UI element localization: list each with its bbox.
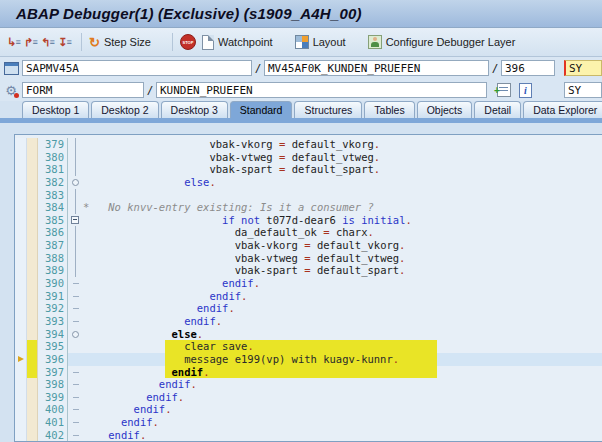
statement-margin[interactable] — [27, 391, 38, 404]
tab-data-explorer[interactable]: Data Explorer — [523, 101, 602, 118]
code-line-388[interactable]: 388 vbak-vtweg = default_vtweg. — [15, 252, 602, 265]
tab-desktop-3[interactable]: Desktop 3 — [161, 101, 228, 118]
statement-margin[interactable] — [27, 226, 38, 239]
statement-margin[interactable] — [27, 429, 38, 442]
code-line-390[interactable]: 390 endif. — [15, 277, 602, 290]
step-over-icon[interactable]: ↱≡ — [23, 35, 39, 50]
step-into-icon[interactable]: ↳≡ — [6, 35, 22, 50]
statement-margin[interactable] — [27, 366, 38, 379]
breakpoint-gutter[interactable] — [15, 264, 27, 277]
code-line-387[interactable]: 387 vbak-vkorg = default_vkorg. — [15, 239, 602, 252]
statement-margin[interactable] — [27, 328, 38, 341]
breakpoint-gutter[interactable] — [15, 239, 27, 252]
breakpoint-gutter[interactable] — [15, 252, 27, 265]
step-size-button[interactable]: ↻ Step Size — [89, 36, 151, 49]
event-type-field[interactable]: FORM — [22, 82, 144, 98]
statement-margin[interactable] — [27, 252, 38, 265]
code-line-402[interactable]: 402 endif. — [15, 429, 602, 442]
code-line-379[interactable]: 379 vbak-vkorg = default_vkorg. — [15, 138, 602, 151]
code-line-382[interactable]: 382 else. — [15, 176, 602, 189]
tab-tables[interactable]: Tables — [364, 101, 414, 118]
watchpoint-button[interactable]: Watchpoint — [202, 35, 273, 50]
source-code-panel[interactable]: 379 vbak-vkorg = default_vkorg.380 vbak-… — [14, 134, 602, 442]
code-line-396[interactable]: 396 message e199(vp) with kuagv-kunnr. — [15, 353, 602, 366]
code-line-381[interactable]: 381 vbak-spart = default_spart. — [15, 163, 602, 176]
statement-margin[interactable] — [27, 264, 38, 277]
tab-desktop-1[interactable]: Desktop 1 — [22, 101, 89, 118]
code-line-389[interactable]: 389 vbak-spart = default_spart. — [15, 264, 602, 277]
fold-toggle-icon[interactable] — [68, 214, 83, 227]
breakpoint-gutter[interactable] — [15, 226, 27, 239]
code-line-393[interactable]: 393 endif. — [15, 315, 602, 328]
create-watchpoint-icon[interactable] — [497, 83, 511, 97]
statement-margin[interactable] — [27, 176, 38, 189]
statement-margin[interactable] — [27, 189, 38, 202]
breakpoint-gutter[interactable] — [15, 176, 27, 189]
statement-margin[interactable] — [27, 151, 38, 164]
code-line-392[interactable]: 392 endif. — [15, 302, 602, 315]
fold-toggle-icon[interactable] — [68, 176, 83, 189]
statement-margin[interactable] — [27, 201, 38, 214]
breakpoint-gutter[interactable] — [15, 328, 27, 341]
layout-button[interactable]: Layout — [295, 35, 346, 49]
statement-margin[interactable] — [27, 214, 38, 227]
include-field[interactable]: MV45AF0K_KUNDEN_PRUEFEN — [264, 60, 489, 76]
continue-icon[interactable]: ↧≡ — [57, 35, 73, 50]
breakpoint-gutter[interactable] — [15, 315, 27, 328]
breakpoint-gutter[interactable] — [15, 391, 27, 404]
statement-margin[interactable] — [27, 163, 38, 176]
breakpoint-gutter[interactable] — [15, 366, 27, 379]
code-line-395[interactable]: 395 clear save. — [15, 340, 602, 353]
tab-desktop-2[interactable]: Desktop 2 — [91, 101, 158, 118]
configure-debugger-layer-button[interactable]: Configure Debugger Layer — [368, 35, 516, 49]
breakpoint-gutter[interactable] — [15, 163, 27, 176]
program-field[interactable]: SAPMV45A — [22, 60, 252, 76]
tab-detail[interactable]: Detail — [474, 101, 521, 118]
code-line-385[interactable]: 385 if not t077d-dear6 is initial. — [15, 214, 602, 227]
code-line-384[interactable]: 384* No knvv-entry existing: Is it a con… — [15, 201, 602, 214]
info-icon[interactable]: i — [519, 83, 532, 98]
statement-margin[interactable] — [27, 239, 38, 252]
sy-field-2[interactable]: SY — [564, 82, 602, 98]
current-statement-arrow[interactable] — [15, 353, 27, 366]
code-line-400[interactable]: 400 endif. — [15, 403, 602, 416]
code-line-386[interactable]: 386 da_default_ok = charx. — [15, 226, 602, 239]
breakpoint-gutter[interactable] — [15, 290, 27, 303]
code-line-380[interactable]: 380 vbak-vtweg = default_vtweg. — [15, 151, 602, 164]
code-line-398[interactable]: 398 endif. — [15, 378, 602, 391]
statement-margin[interactable] — [27, 277, 38, 290]
event-name-field[interactable]: KUNDEN_PRUEFEN — [156, 82, 487, 98]
statement-margin[interactable] — [27, 138, 38, 151]
statement-margin[interactable] — [27, 340, 38, 353]
statement-margin[interactable] — [27, 302, 38, 315]
breakpoint-gutter[interactable] — [15, 214, 27, 227]
statement-margin[interactable] — [27, 315, 38, 328]
statement-margin[interactable] — [27, 290, 38, 303]
code-line-391[interactable]: 391 endif. — [15, 290, 602, 303]
breakpoint-gutter[interactable] — [15, 340, 27, 353]
breakpoint-gutter[interactable] — [15, 151, 27, 164]
statement-margin[interactable] — [27, 416, 38, 429]
stop-button[interactable]: STOP — [180, 34, 196, 50]
breakpoint-gutter[interactable] — [15, 277, 27, 290]
breakpoint-gutter[interactable] — [15, 416, 27, 429]
statement-margin[interactable] — [27, 403, 38, 416]
breakpoint-gutter[interactable] — [15, 378, 27, 391]
breakpoint-gutter[interactable] — [15, 429, 27, 442]
code-line-394[interactable]: 394 else. — [15, 328, 602, 341]
code-line-399[interactable]: 399 endif. — [15, 391, 602, 404]
breakpoint-gutter[interactable] — [15, 138, 27, 151]
breakpoint-gutter[interactable] — [15, 302, 27, 315]
breakpoint-gutter[interactable] — [15, 189, 27, 202]
breakpoint-gutter[interactable] — [15, 403, 27, 416]
line-number-field[interactable]: 396 — [501, 60, 555, 76]
tab-standard[interactable]: Standard — [230, 101, 293, 118]
tab-structures[interactable]: Structures — [294, 101, 362, 118]
step-return-icon[interactable]: ↰≡ — [40, 35, 56, 50]
statement-margin[interactable] — [27, 353, 38, 366]
tab-objects[interactable]: Objects — [417, 101, 473, 118]
code-line-383[interactable]: 383 — [15, 189, 602, 202]
code-line-397[interactable]: 397 endif. — [15, 366, 602, 379]
fold-toggle-icon[interactable] — [68, 328, 83, 341]
code-line-401[interactable]: 401 endif. — [15, 416, 602, 429]
